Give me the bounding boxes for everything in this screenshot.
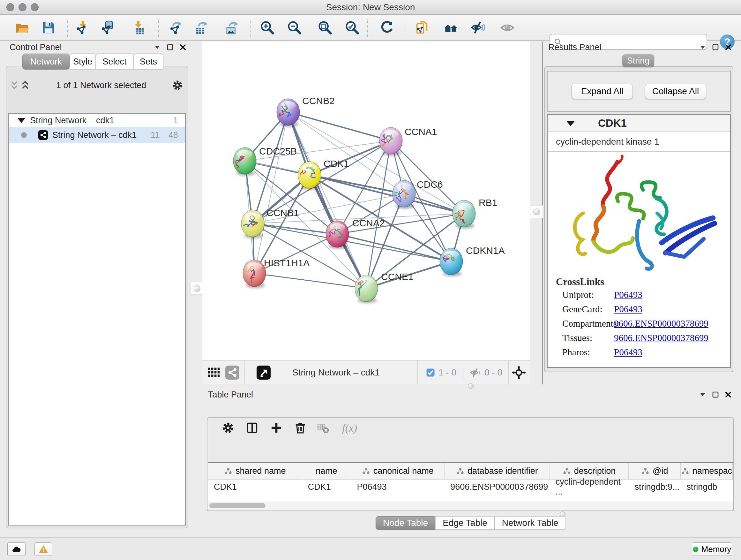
memory-button[interactable]: Memory (692, 543, 732, 556)
table-cell[interactable]: stringdb (681, 480, 733, 494)
bottom-splitter-handle[interactable] (468, 383, 474, 389)
network-view[interactable]: CCNB2CCNA1CDC25BCDK1CDC6RB1CCNB1CCNA2HIS… (202, 42, 530, 361)
network-view-icon[interactable] (225, 366, 239, 380)
zoom-selected-button[interactable] (344, 20, 360, 36)
network-edge-CCNA1-CDK1[interactable] (310, 141, 391, 175)
table-panel-menu-icon[interactable] (699, 391, 706, 398)
column-header-name[interactable]: name (302, 463, 351, 479)
import-network-button[interactable] (75, 20, 90, 36)
column-header-shared-name[interactable]: shared name (208, 463, 302, 479)
network-edge-CCNB1-CCNA2[interactable] (253, 224, 337, 234)
window-zoom-button[interactable] (30, 3, 39, 11)
tab-select[interactable]: Select (96, 54, 133, 70)
warnings-button[interactable] (35, 543, 52, 556)
crosslink-value-link[interactable]: 9606.ENSP00000378699 (614, 333, 709, 343)
new-from-selection-button[interactable] (415, 20, 430, 36)
tab-style[interactable]: Style (70, 54, 96, 70)
network-edge-CCNA2-CDKN1A[interactable] (337, 234, 451, 261)
control-panel-float-icon[interactable] (166, 44, 174, 51)
network-node-HIST1H1A[interactable] (243, 260, 266, 288)
crosslink-value-link[interactable]: P06493 (614, 347, 643, 358)
collapse-all-button[interactable]: Collapse All (645, 84, 706, 99)
tab-network[interactable]: Network (22, 54, 70, 70)
network-edge-CCNB2-CCNA1[interactable] (288, 112, 391, 141)
network-node-CDC6[interactable] (393, 180, 415, 209)
network-collection-row[interactable]: String Network – cdk1 1 (9, 114, 185, 127)
table-add-button[interactable] (270, 422, 283, 435)
crosslink-value-link[interactable]: P06493 (614, 290, 643, 300)
column-header-namespac[interactable]: namespac (681, 463, 733, 479)
table-cell[interactable]: cyclin-dependent ... (550, 480, 629, 494)
network-node-RB1[interactable] (453, 200, 475, 229)
collapse-entry-icon[interactable] (566, 121, 575, 126)
tab-sets[interactable]: Sets (133, 54, 163, 70)
table-panel-close-icon[interactable] (724, 391, 732, 398)
table-cell[interactable]: CDK1 (302, 480, 351, 494)
export-network-button[interactable] (169, 20, 184, 36)
collapse-triangle-icon[interactable] (17, 118, 25, 123)
network-node-CCNB1[interactable] (241, 210, 264, 239)
right-splitter-handle[interactable] (530, 205, 543, 218)
network-node-CDKN1A[interactable] (440, 248, 463, 276)
table-splitter-handle[interactable] (560, 511, 565, 517)
table-columns-button[interactable] (246, 422, 259, 435)
export-table-button[interactable] (194, 20, 210, 36)
column-header-database-identifier[interactable]: database identifier (445, 463, 550, 479)
tab-node-table[interactable]: Node Table (376, 516, 435, 530)
network-canvas[interactable]: CCNB2CCNA1CDC25BCDK1CDC6RB1CCNB1CCNA2HIS… (202, 42, 530, 361)
expand-all-networks-icon[interactable] (20, 80, 30, 91)
detach-view-icon[interactable] (257, 366, 271, 380)
save-session-button[interactable] (41, 20, 56, 36)
table-cell[interactable]: stringdb:9... (629, 480, 681, 494)
results-panel-float-icon[interactable] (712, 44, 719, 51)
hide-details-button[interactable] (470, 20, 486, 36)
open-session-button[interactable] (15, 20, 30, 36)
table-panel-float-icon[interactable] (712, 391, 719, 398)
table-gear-button[interactable] (221, 422, 235, 435)
table-horizontal-scrollbar[interactable] (208, 502, 733, 509)
crosslink-value-link[interactable]: P06493 (614, 304, 643, 314)
window-minimize-button[interactable] (18, 3, 26, 11)
network-node-CDC25B[interactable] (233, 147, 256, 176)
function-builder-icon[interactable]: f(x) (342, 422, 357, 434)
scrollbar-thumb[interactable] (209, 503, 266, 508)
selected-checkbox-icon[interactable] (426, 368, 435, 377)
cloud-status-button[interactable] (7, 543, 25, 556)
control-panel-close-icon[interactable] (179, 44, 187, 51)
control-panel-menu-icon[interactable] (153, 44, 161, 51)
export-image-button[interactable] (225, 20, 240, 36)
network-node-CCNA2[interactable] (326, 221, 349, 249)
network-row-selected[interactable]: String Network – cdk1 11 48 (9, 127, 185, 143)
window-close-button[interactable] (6, 3, 14, 11)
network-options-gear-icon[interactable] (172, 79, 183, 91)
results-panel-menu-icon[interactable] (699, 44, 706, 51)
network-node-CDK1[interactable] (296, 162, 321, 190)
collapse-all-networks-icon[interactable] (9, 80, 20, 91)
crosslink-value-link[interactable]: 9606.ENSP00000378699 (614, 318, 709, 329)
expand-all-button[interactable]: Expand All (571, 84, 633, 99)
table-delete-table-button[interactable] (316, 422, 330, 435)
zoom-in-button[interactable] (259, 20, 275, 36)
table-cell[interactable]: 9606.ENSP00000378699 (445, 480, 550, 494)
table-delete-button[interactable] (293, 422, 307, 435)
import-database-button[interactable] (100, 20, 115, 36)
zoom-fit-button[interactable] (317, 20, 333, 36)
left-splitter-handle[interactable] (191, 282, 203, 295)
column-header-canonical-name[interactable]: canonical name (351, 463, 445, 479)
tab-edge-table[interactable]: Edge Table (435, 516, 495, 530)
network-edge-CCNB2-CCNB1[interactable] (253, 112, 288, 224)
column-header--id[interactable]: @id (629, 463, 681, 479)
grid-view-icon[interactable] (207, 366, 221, 380)
network-edge-CCNB2-HIST1H1A[interactable] (254, 112, 288, 273)
apply-layout-button[interactable] (380, 20, 395, 36)
network-node-CCNA1[interactable] (380, 127, 402, 156)
tab-string[interactable]: String (622, 54, 654, 67)
node-details-header[interactable]: CDK1 (548, 115, 730, 132)
table-cell[interactable]: P06493 (351, 480, 445, 494)
birdseye-navigator-icon[interactable] (512, 366, 526, 380)
table-cell[interactable]: CDK1 (208, 480, 302, 494)
results-panel-close-icon[interactable] (724, 44, 732, 51)
table-row[interactable]: CDK1CDK1P064939606.ENSP00000378699cyclin… (208, 480, 733, 494)
tab-network-table[interactable]: Network Table (495, 516, 566, 530)
hidden-elements-icon[interactable] (470, 367, 481, 378)
